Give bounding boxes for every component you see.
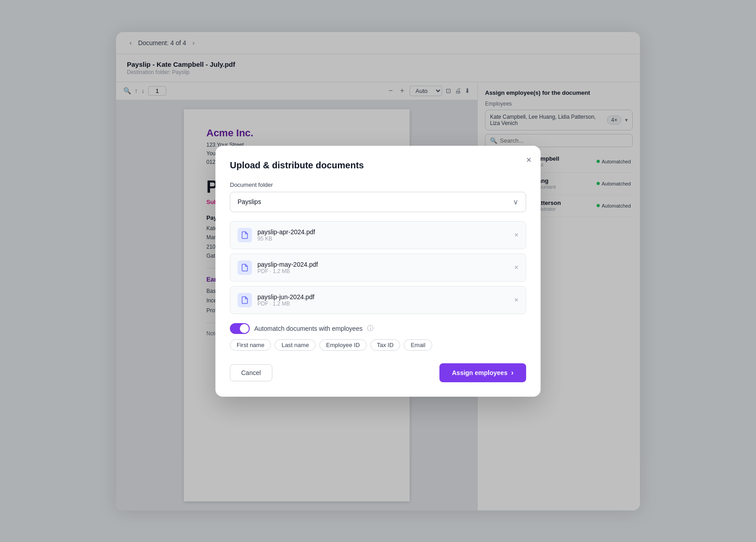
tag-lastname: Last name: [275, 339, 316, 351]
assign-employees-label: Assign employees: [452, 369, 508, 376]
file-size-3: PDF · 1.2 MB: [257, 301, 509, 307]
assign-arrow-icon: ›: [511, 369, 513, 377]
folder-section-label: Document folder: [230, 181, 526, 188]
modal-close-button[interactable]: ×: [526, 155, 532, 165]
file-size-1: 95 KB: [257, 236, 509, 242]
tag-employeeid: Employee ID: [319, 339, 366, 351]
file-item-2: payslip-may-2024.pdf PDF · 1.2 MB ×: [230, 254, 526, 282]
info-icon[interactable]: ⓘ: [367, 324, 373, 333]
file-name-3: payslip-jun-2024.pdf: [257, 293, 509, 301]
automatch-toggle[interactable]: [230, 323, 250, 334]
tag-taxid: Tax ID: [370, 339, 401, 351]
file-icon-2: [238, 260, 252, 275]
modal-footer: Cancel Assign employees ›: [230, 363, 526, 382]
file-size-2: PDF · 1.2 MB: [257, 268, 509, 274]
cancel-button[interactable]: Cancel: [230, 364, 272, 381]
tag-firstname: First name: [230, 339, 271, 351]
file-remove-1[interactable]: ×: [514, 231, 518, 239]
tag-email: Email: [404, 339, 432, 351]
folder-select[interactable]: Payslips ∨: [230, 192, 526, 212]
assign-employees-button[interactable]: Assign employees ›: [439, 363, 526, 382]
tags-row: First name Last name Employee ID Tax ID …: [230, 339, 526, 351]
file-item-3: payslip-jun-2024.pdf PDF · 1.2 MB ×: [230, 286, 526, 314]
file-remove-3[interactable]: ×: [514, 296, 518, 304]
file-name-1: payslip-apr-2024.pdf: [257, 228, 509, 236]
file-item-1: payslip-apr-2024.pdf 95 KB ×: [230, 221, 526, 249]
toggle-thumb: [240, 324, 249, 333]
automatch-row: Automatch documents with employees ⓘ: [230, 323, 526, 334]
automatch-label: Automatch documents with employees: [254, 325, 363, 332]
file-icon-3: [238, 293, 252, 307]
upload-modal: Upload & distribute documents × Document…: [215, 146, 541, 397]
modal-title: Upload & distribute documents: [230, 160, 526, 171]
file-icon-1: [238, 228, 252, 242]
folder-chevron-icon: ∨: [513, 198, 518, 206]
file-info-1: payslip-apr-2024.pdf 95 KB: [257, 228, 509, 242]
file-info-3: payslip-jun-2024.pdf PDF · 1.2 MB: [257, 293, 509, 307]
file-remove-2[interactable]: ×: [514, 264, 518, 272]
folder-value: Payslips: [238, 198, 261, 205]
file-name-2: payslip-may-2024.pdf: [257, 261, 509, 268]
file-info-2: payslip-may-2024.pdf PDF · 1.2 MB: [257, 261, 509, 274]
